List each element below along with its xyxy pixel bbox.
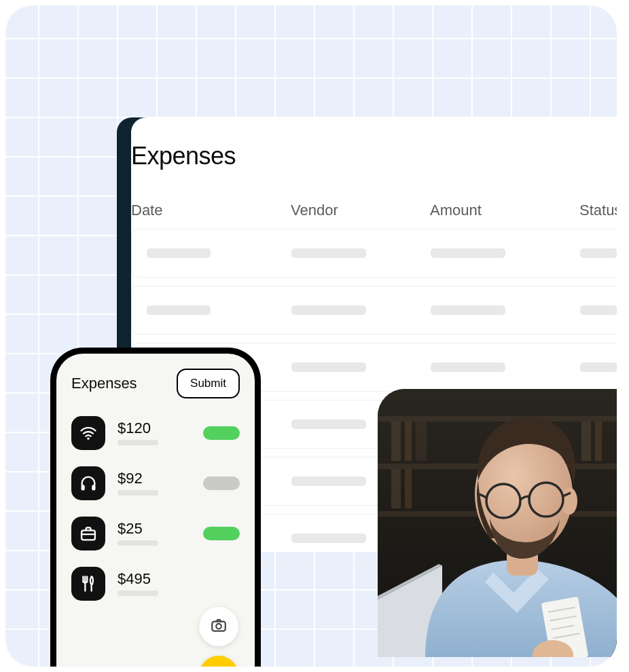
svg-point-22 xyxy=(87,438,89,440)
skeleton xyxy=(431,248,505,258)
svg-rect-6 xyxy=(416,422,427,461)
svg-rect-24 xyxy=(92,485,95,490)
col-header-date: Date xyxy=(131,202,291,219)
svg-point-31 xyxy=(216,624,221,629)
skeleton xyxy=(147,305,211,315)
skeleton xyxy=(580,248,617,258)
expense-amount: $25 xyxy=(118,521,191,536)
table-row[interactable] xyxy=(131,286,617,335)
skeleton xyxy=(291,248,366,258)
svg-rect-7 xyxy=(581,422,591,461)
expense-amount: $92 xyxy=(118,471,191,486)
svg-rect-10 xyxy=(405,469,412,508)
skeleton xyxy=(118,490,158,496)
fork-icon xyxy=(71,567,105,601)
expense-row[interactable]: $495 xyxy=(71,567,240,601)
col-header-amount: Amount xyxy=(430,202,579,219)
expense-amount: $495 xyxy=(118,572,191,586)
expense-list: $120 $92 xyxy=(71,416,240,601)
skeleton xyxy=(431,305,505,315)
skeleton xyxy=(291,534,366,543)
add-expense-button[interactable] xyxy=(199,656,238,667)
status-pill-green xyxy=(203,426,240,440)
desktop-title: Expenses xyxy=(131,142,617,170)
expense-amount: $120 xyxy=(118,421,191,436)
svg-rect-23 xyxy=(82,485,85,490)
phone-header: Expenses Submit xyxy=(71,369,240,398)
submit-button[interactable]: Submit xyxy=(177,369,240,398)
wifi-icon xyxy=(71,416,105,450)
svg-rect-8 xyxy=(595,422,602,461)
skeleton xyxy=(291,305,366,315)
camera-icon xyxy=(210,616,228,637)
status-pill-gray xyxy=(203,477,240,490)
expense-row[interactable]: $92 xyxy=(71,466,240,500)
headphones-icon xyxy=(71,466,105,500)
svg-rect-30 xyxy=(212,622,226,631)
skeleton xyxy=(118,540,158,546)
skeleton xyxy=(291,362,366,372)
phone-title: Expenses xyxy=(71,375,137,392)
svg-rect-9 xyxy=(391,469,401,508)
skeleton xyxy=(580,305,617,315)
skeleton xyxy=(291,419,366,429)
svg-rect-5 xyxy=(405,422,412,461)
skeleton xyxy=(118,440,158,445)
phone-mockup: Expenses Submit $120 xyxy=(50,348,261,667)
skeleton xyxy=(118,591,158,596)
camera-button[interactable] xyxy=(199,607,238,646)
skeleton xyxy=(431,362,505,372)
status-pill-green xyxy=(203,527,240,540)
background-grid-card: Expenses Date Vendor Amount Status xyxy=(5,5,617,667)
skeleton xyxy=(580,362,617,372)
skeleton xyxy=(147,248,211,258)
table-header: Date Vendor Amount Status xyxy=(131,202,617,229)
skeleton xyxy=(291,477,366,486)
expense-row[interactable]: $120 xyxy=(71,416,240,450)
svg-rect-1 xyxy=(378,416,617,422)
col-header-status: Status xyxy=(579,202,617,219)
svg-rect-4 xyxy=(391,422,401,461)
table-row[interactable] xyxy=(131,229,617,278)
expense-row[interactable]: $25 xyxy=(71,517,240,550)
briefcase-icon xyxy=(71,517,105,550)
col-header-vendor: Vendor xyxy=(291,202,430,219)
photo-tile xyxy=(378,389,617,657)
